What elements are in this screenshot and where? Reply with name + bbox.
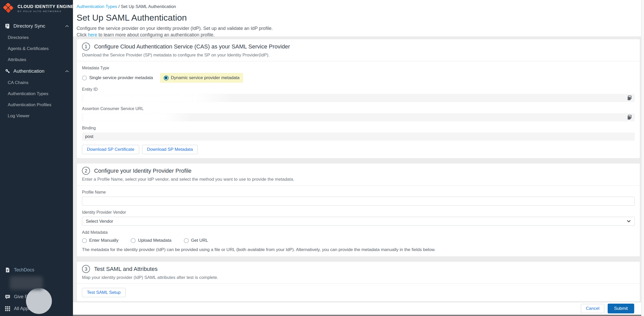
sidebar-item-authentication-profiles[interactable]: Authentication Profiles: [0, 99, 73, 110]
entity-id-label: Entity ID: [82, 87, 635, 92]
section-configure-cas: 1 Configure Cloud Authentication Service…: [77, 39, 640, 159]
download-sp-certificate-button[interactable]: Download SP Certificate: [82, 145, 139, 154]
copy-icon: [627, 114, 632, 120]
app-logo: CLOUD IDENTITY ENGINE BY PALO ALTO NETWO…: [0, 0, 73, 16]
chevron-up-icon: [65, 70, 69, 72]
chevron-up-icon: [65, 25, 69, 27]
radio-circle-unselected[interactable]: [82, 238, 87, 243]
submit-button[interactable]: Submit: [608, 304, 634, 313]
sidebar-item-ca-chains[interactable]: CA Chains: [0, 77, 73, 88]
cloud-identity-engine-logo-icon: [3, 3, 14, 13]
radio-label: Get URL: [191, 238, 208, 243]
metadata-type-label: Metadata Type: [82, 66, 635, 70]
radio-label: Enter Manually: [89, 238, 118, 243]
key-icon: [5, 69, 10, 74]
section-2-subtitle: Enter a Profile Name, select your IdP ve…: [82, 177, 635, 182]
download-sp-metadata-button[interactable]: Download SP Metadata: [142, 145, 198, 154]
radio-circle-selected[interactable]: [164, 76, 169, 80]
app-subtitle: BY PALO ALTO NETWORKS: [18, 10, 74, 13]
docs-icon: [5, 267, 10, 273]
radio-circle-unselected[interactable]: [82, 76, 87, 80]
entity-id-field: [82, 94, 635, 102]
sidebar-item-attributes[interactable]: Attributes: [0, 54, 73, 65]
sidebar-item-label: TechDocs: [14, 267, 34, 273]
cancel-button[interactable]: Cancel: [581, 304, 604, 313]
sidebar-item-label: Log Viewer: [8, 113, 30, 119]
sidebar-nav: Directory Sync Directories Agents & Cert…: [0, 20, 73, 121]
add-metadata-label: Add Metadata: [82, 230, 635, 235]
step-number-1: 1: [82, 43, 90, 51]
divider: [77, 284, 640, 284]
redacted-username: [10, 276, 43, 290]
radio-circle-unselected[interactable]: [184, 238, 189, 243]
learn-more-link[interactable]: here: [88, 32, 97, 37]
copy-entity-id-button[interactable]: [626, 95, 633, 101]
sidebar-item-label: Attributes: [8, 57, 26, 62]
vendor-select[interactable]: Select Vendor: [82, 217, 635, 226]
click-prefix-text: Click: [77, 32, 87, 37]
section-3-subtitle: Map your identity provider (IdP) SAML at…: [82, 275, 635, 280]
directory-sync-icon: [5, 23, 10, 29]
step-number-2: 2: [82, 167, 90, 175]
redacted-acs-url-value: [82, 112, 193, 122]
app-title: CLOUD IDENTITY ENGINE: [18, 4, 74, 9]
section-test-saml: 3 Test SAML and Attributes Map your iden…: [77, 261, 640, 302]
divider: [77, 61, 640, 61]
profile-name-input[interactable]: [82, 197, 635, 206]
step-number-3: 3: [82, 265, 90, 273]
vendor-label: Identity Provider Vendor: [82, 210, 635, 215]
radio-upload-metadata[interactable]: Upload Metadata: [131, 238, 171, 243]
chevron-down-icon: [627, 220, 631, 223]
acs-url-field: [82, 113, 635, 121]
breadcrumb-link-authentication-types[interactable]: Authentication Types: [77, 4, 117, 9]
sidebar-item-techdocs[interactable]: TechDocs: [0, 264, 73, 276]
radio-dynamic-sp-metadata[interactable]: Dynamic service provider metadata: [164, 75, 240, 80]
click-suffix-text: to learn more about configuring an authe…: [98, 32, 214, 37]
radio-label: Upload Metadata: [138, 238, 171, 243]
user-account-row[interactable]: [0, 276, 73, 291]
sidebar-item-agents-certificates[interactable]: Agents & Certificates: [0, 43, 73, 54]
breadcrumb: Authentication Types / Set Up SAML Authe…: [77, 4, 644, 9]
redacted-entity-id-value: [82, 93, 235, 103]
sidebar-item-label: Directories: [8, 35, 29, 40]
vertical-scrollbar[interactable]: [641, 0, 644, 316]
copy-icon: [627, 95, 632, 101]
sidebar-section-authentication[interactable]: Authentication: [0, 65, 73, 77]
sidebar-bottom: TechDocs Give Feedback: [0, 264, 73, 316]
window-bottom-edge: [73, 315, 644, 316]
test-saml-setup-button[interactable]: Test SAML Setup: [82, 288, 126, 297]
radio-get-url[interactable]: Get URL: [184, 238, 208, 243]
sidebar-item-authentication-types[interactable]: Authentication Types: [0, 88, 73, 99]
page-title: Set Up SAML Authentication: [77, 13, 644, 23]
section-configure-idp-profile: 2 Configure your Identity Provider Profi…: [77, 163, 640, 257]
sidebar-item-log-viewer[interactable]: Log Viewer: [0, 110, 73, 121]
acs-url-label: Assertion Consumer Service URL: [82, 106, 635, 111]
action-footer: Cancel Submit: [73, 302, 644, 315]
sidebar-item-label: Authentication Types: [8, 91, 48, 96]
sidebar-section-label: Directory Sync: [13, 23, 65, 29]
section-2-title: Configure your Identity Provider Profile: [94, 168, 192, 174]
radio-enter-manually[interactable]: Enter Manually: [82, 238, 118, 243]
radio-circle-unselected[interactable]: [131, 238, 136, 243]
sidebar-section-directory-sync[interactable]: Directory Sync: [0, 20, 73, 32]
sidebar-item-label: Agents & Certificates: [8, 46, 49, 51]
radio-label: Dynamic service provider metadata: [171, 75, 240, 80]
sidebar-section-label: Authentication: [13, 68, 65, 74]
binding-field: post: [82, 132, 635, 141]
binding-value: post: [85, 134, 93, 139]
copy-acs-url-button[interactable]: [626, 114, 633, 121]
radio-single-sp-metadata[interactable]: Single service provider metadata: [82, 75, 153, 80]
page-description: Configure the service provider on your i…: [77, 25, 644, 32]
binding-label: Binding: [82, 126, 635, 130]
sidebar-item-label: Authentication Profiles: [8, 102, 51, 107]
breadcrumb-separator: /: [118, 4, 121, 9]
divider: [77, 185, 640, 186]
sidebar-item-label: CA Chains: [8, 80, 28, 85]
breadcrumb-current: Set Up SAML Authentication: [121, 4, 176, 9]
metadata-helper-text: The metadata for the identity provider (…: [82, 247, 635, 252]
page-header: Authentication Types / Set Up SAML Authe…: [73, 0, 644, 36]
section-1-subtitle: Download the Service Provider (SP) metad…: [82, 53, 635, 58]
sidebar: CLOUD IDENTITY ENGINE BY PALO ALTO NETWO…: [0, 0, 73, 316]
sidebar-item-directories[interactable]: Directories: [0, 32, 73, 43]
section-1-title: Configure Cloud Authentication Service (…: [94, 43, 290, 50]
